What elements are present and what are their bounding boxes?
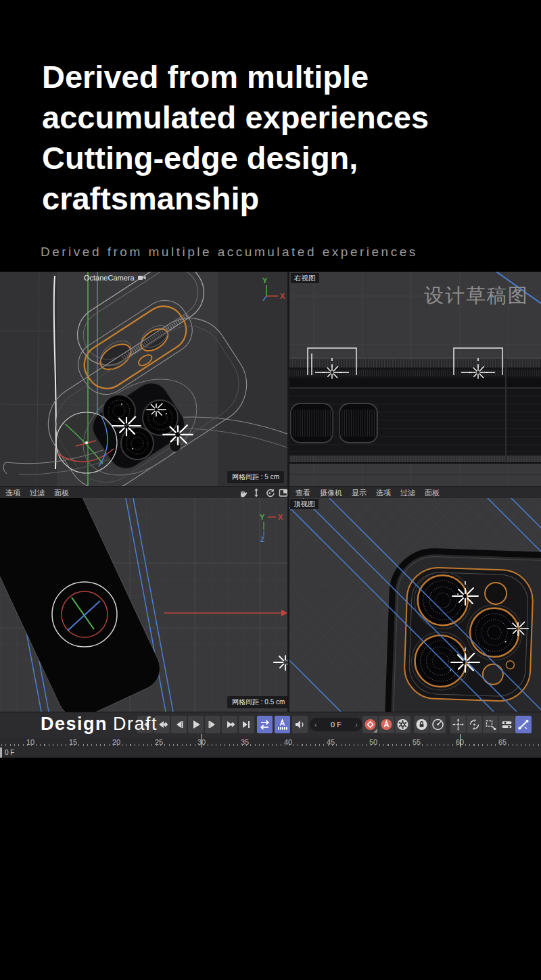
record-rotation-button[interactable] (467, 716, 482, 733)
gear-icon (395, 716, 410, 733)
viewport-perspective[interactable]: OctaneCamera Y X 网格间距 : 5 cm (0, 272, 287, 487)
play-mode-button[interactable] (275, 716, 290, 733)
record-parameters-button[interactable] (499, 716, 515, 733)
ruler-marker (202, 734, 202, 748)
next-key-icon (222, 716, 237, 733)
move-icon (450, 716, 466, 733)
grid-spacing-label: 网格间距 : 5 cm (227, 471, 284, 483)
record-keyframe-button[interactable] (362, 716, 378, 733)
viewport-menubar-left: 选项 过滤 面板 (0, 486, 293, 499)
page-subtitle: Derived from multiple accumulated experi… (41, 245, 418, 260)
frame-increment-icon[interactable]: › (355, 721, 358, 729)
design-draft-regular: Draft (113, 714, 158, 734)
frame-stepper[interactable]: ‹ 0 F › (310, 718, 362, 731)
loop-playback-button[interactable] (257, 716, 273, 733)
loop-playback-icon (257, 716, 273, 733)
sliders-icon (499, 716, 515, 733)
keyframe-settings-button[interactable] (395, 716, 410, 733)
menu-item-panel[interactable]: 面板 (54, 488, 69, 498)
page-title: Derived from multiple accumulated experi… (42, 57, 429, 219)
title-line: Cutting-edge design, (42, 138, 429, 178)
viewport-divider (287, 272, 289, 712)
rotate-icon (467, 716, 482, 733)
play-icon (188, 716, 204, 733)
title-line: craftsmanship (42, 178, 429, 219)
rotate-view-icon[interactable] (264, 487, 275, 498)
menu-item-filter[interactable]: 过滤 (30, 488, 45, 498)
frame-decrement-icon[interactable]: ‹ (314, 721, 317, 729)
record-scale-button[interactable] (483, 716, 498, 733)
zoom-arrows-icon[interactable] (251, 487, 262, 498)
svg-text:X: X (278, 513, 283, 521)
viewport-menubar-right: 查看 摄像机 显示 选项 过滤 面板 (289, 486, 541, 499)
volume-button[interactable] (292, 716, 308, 733)
svg-text:Y: Y (262, 276, 268, 285)
autokey-icon (379, 716, 394, 733)
viewport-top-canvas (289, 498, 541, 712)
play-mode-icon (275, 716, 290, 733)
menu-item-view[interactable]: 查看 (296, 488, 310, 498)
volume-icon (292, 716, 308, 733)
next-key-button[interactable] (222, 716, 237, 733)
design-draft-caption: DesignDraft (41, 714, 158, 735)
ruler-ticks (1, 744, 540, 746)
viewport-perspective-canvas (0, 272, 287, 487)
grid-spacing-label: 网格间距 : 0.5 cm (227, 696, 287, 708)
viewport-right[interactable]: 右视图 设计草稿图 (289, 272, 541, 487)
previous-frame-icon (171, 716, 187, 733)
active-camera-label[interactable]: OctaneCamera (84, 274, 147, 282)
menu-item-options[interactable]: 选项 (376, 488, 391, 498)
title-line: accumulated experiences (42, 97, 429, 138)
watermark-text: 设计草稿图 (424, 283, 529, 310)
svg-text:X: X (280, 292, 285, 300)
menu-item-filter[interactable]: 过滤 (400, 488, 415, 498)
timeline-track[interactable]: 0 F (0, 748, 541, 758)
next-frame-button[interactable] (205, 716, 220, 733)
current-frame-label: 0 F (5, 749, 14, 756)
camera-icon (137, 274, 147, 282)
record-pla-button[interactable] (515, 716, 532, 733)
menu-item-options[interactable]: 选项 (5, 488, 20, 498)
play-button[interactable] (188, 716, 204, 733)
design-draft-bold: Design (41, 714, 108, 734)
viewport-top[interactable]: 顶视图 (289, 498, 541, 712)
axis-gizmo[interactable]: Y X (261, 276, 287, 303)
playhead[interactable] (0, 748, 2, 758)
go-to-end-icon (239, 716, 254, 733)
scale-icon (483, 716, 498, 733)
gauge-icon (430, 716, 446, 733)
pla-icon (515, 716, 532, 733)
autokey-button[interactable] (379, 716, 394, 733)
go-to-end-button[interactable] (239, 716, 254, 733)
previous-frame-button[interactable] (171, 716, 187, 733)
next-frame-icon (205, 716, 220, 733)
viewport-front-canvas (0, 498, 287, 712)
ruler-marker (460, 734, 461, 748)
menu-item-display[interactable]: 显示 (352, 488, 367, 498)
lock-icon (414, 716, 429, 733)
svg-text:Y: Y (260, 513, 265, 521)
viewport-front[interactable]: Y X Z 网格间距 : 0.5 cm (0, 498, 287, 712)
viewport-name-label[interactable]: 顶视图 (290, 499, 319, 509)
page: Derived from multiple accumulated experi… (0, 0, 541, 980)
svg-text:Z: Z (260, 536, 264, 543)
menu-item-camera[interactable]: 摄像机 (320, 488, 342, 498)
record-keyframe-icon (362, 716, 378, 733)
viewport-name-label[interactable]: 右视图 (291, 273, 319, 283)
record-gauge-button[interactable] (430, 716, 446, 733)
menu-item-panel[interactable]: 面板 (425, 488, 440, 498)
axis-gizmo[interactable]: Y X Z (258, 512, 287, 543)
record-lock-button[interactable] (414, 716, 429, 733)
pan-hand-icon[interactable] (237, 487, 248, 498)
frame-field[interactable]: 0 F (331, 720, 342, 729)
record-position-button[interactable] (450, 716, 466, 733)
title-line: Derived from multiple (42, 57, 429, 97)
